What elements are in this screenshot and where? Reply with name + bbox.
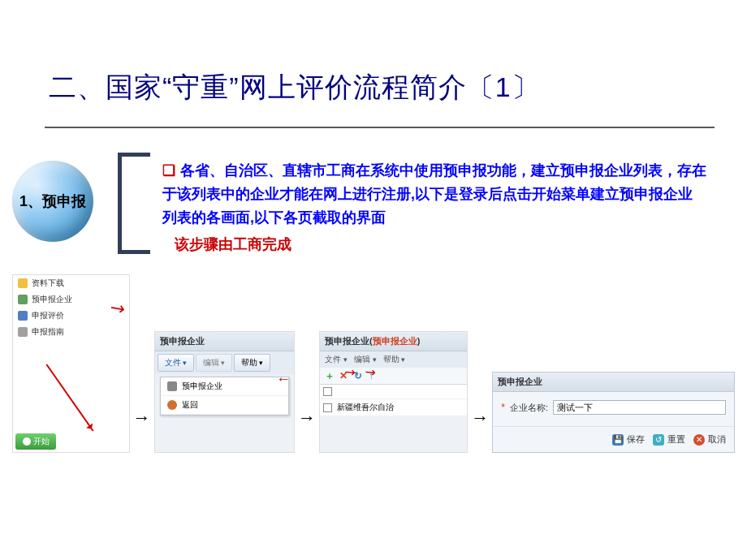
- back-icon: [167, 400, 177, 410]
- dropdown-caret-icon: ▾: [373, 355, 377, 364]
- reset-button[interactable]: ↺ 重置: [653, 433, 685, 446]
- star-icon: [18, 311, 28, 321]
- title-underline: [45, 127, 715, 128]
- file-menu-button[interactable]: 文件 ▾: [325, 354, 348, 365]
- sidebar-label: 资料下载: [32, 278, 64, 289]
- list-header-row: [320, 385, 467, 399]
- toolbar: 文件▾ 编辑▾ 帮助▾: [155, 351, 295, 374]
- header-highlight: 预申报企业: [373, 336, 417, 346]
- doc-icon: [167, 381, 177, 391]
- help-label: 帮助: [241, 357, 257, 368]
- dropdown-caret-icon: ▾: [401, 355, 405, 364]
- button-row: 💾 保存 ↺ 重置 ✕ 取消: [493, 426, 734, 449]
- start-icon: [23, 437, 31, 446]
- sidebar-item-guide[interactable]: 申报指南: [13, 324, 129, 340]
- doc-icon: [18, 295, 28, 304]
- bullet-icon: ❏: [162, 162, 175, 179]
- data-list: 新疆维吾尔自治: [320, 385, 467, 416]
- sidebar-label: 申报评价: [32, 310, 64, 321]
- step-sphere: 1、预申报: [12, 161, 93, 242]
- panel-header: 预申报企业: [155, 332, 295, 351]
- field-label: 企业名称:: [510, 402, 548, 414]
- screenshots-row: 资料下载 预申报企业 申报评价 申报指南 ↘ 开始 → 预申报企业 文件▾ 编辑…: [0, 254, 747, 453]
- bracket-vert: [118, 157, 122, 250]
- edit-menu-button[interactable]: 编辑▾: [196, 354, 232, 372]
- dropdown-caret-icon: ▾: [259, 359, 263, 367]
- toolbar: 文件 ▾ 编辑 ▾ 帮助 ▾: [320, 351, 467, 368]
- header-close: ): [417, 336, 421, 346]
- edit-menu-button[interactable]: 编辑 ▾: [354, 354, 377, 365]
- sub-note: 该步骤由工商完成: [150, 235, 715, 254]
- save-label: 保存: [627, 433, 645, 446]
- screenshot-list: 预申报企业(预申报企业) 文件 ▾ 编辑 ▾ 帮助 ▾ ＋ ✕ ↻ ↑ 新疆维吾…: [319, 331, 468, 453]
- checkbox[interactable]: [323, 387, 332, 396]
- slide-title: 二、国家“守重”网上评价流程简介〔1〕: [49, 69, 715, 106]
- flow-arrow-icon: →: [133, 407, 151, 453]
- bracket-col: [118, 153, 150, 254]
- add-icon[interactable]: ＋: [325, 371, 335, 381]
- content-row: 1、预申报 ❏各省、自治区、直辖市工商在系统中使用预申报功能，建立预申报企业列表…: [0, 153, 747, 254]
- dd-label: 返回: [182, 399, 198, 411]
- company-name-input[interactable]: 测试一下: [553, 400, 726, 415]
- screenshot-sidebar: 资料下载 预申报企业 申报评价 申报指南 ↘ 开始: [12, 274, 130, 453]
- panel-header: 预申报企业: [493, 373, 734, 392]
- header-main: 预申报企业(: [325, 336, 373, 346]
- cancel-label: 取消: [708, 433, 726, 446]
- checkbox[interactable]: [323, 403, 332, 412]
- cancel-button[interactable]: ✕ 取消: [693, 433, 726, 446]
- list-row[interactable]: 新疆维吾尔自治: [320, 399, 467, 416]
- cancel-icon: ✕: [693, 434, 705, 446]
- help-menu-button[interactable]: 帮助 ▾: [383, 354, 406, 365]
- screenshot-dropdown: 预申报企业 文件▾ 编辑▾ 帮助▾ 预申报企业 返回 ←: [154, 331, 296, 453]
- flow-arrow-icon: →: [471, 407, 489, 453]
- description-box: ❏各省、自治区、直辖市工商在系统中使用预申报功能，建立预申报企业列表，存在于该列…: [150, 153, 715, 254]
- book-icon: [18, 327, 28, 337]
- dropdown-caret-icon: ▾: [183, 359, 187, 367]
- bracket-bottom: [118, 250, 150, 254]
- flow-arrow-icon: →: [298, 407, 316, 453]
- start-button[interactable]: 开始: [15, 433, 56, 450]
- screenshot-form: 预申报企业 * 企业名称: 测试一下 💾 保存 ↺ 重置 ✕ 取消: [492, 372, 735, 453]
- sphere-label: 1、预申报: [19, 192, 86, 211]
- file-label: 文件: [165, 357, 181, 368]
- bracket-top: [118, 153, 150, 157]
- folder-icon: [18, 278, 28, 288]
- dropdown-item-preapply[interactable]: 预申报企业: [161, 377, 289, 396]
- sidebar-item-download[interactable]: 资料下载: [13, 275, 129, 291]
- dd-label: 预申报企业: [182, 381, 222, 392]
- file-menu-button[interactable]: 文件▾: [158, 354, 194, 372]
- help-menu-button[interactable]: 帮助▾: [234, 354, 270, 372]
- dropdown-caret-icon: ▾: [221, 359, 225, 367]
- save-icon: 💾: [612, 434, 624, 446]
- annotation-arrow-icon: ←: [276, 371, 291, 388]
- slide-title-area: 二、国家“守重”网上评价流程简介〔1〕: [0, 0, 747, 118]
- description-text: ❏各省、自治区、直辖市工商在系统中使用预申报功能，建立预申报企业列表，存在于该列…: [150, 153, 715, 233]
- reset-icon: ↺: [653, 434, 664, 446]
- sidebar-label: 预申报企业: [32, 294, 72, 305]
- file-dropdown: 预申报企业 返回: [160, 377, 290, 416]
- panel-header: 预申报企业(预申报企业): [320, 332, 467, 351]
- reset-label: 重置: [667, 433, 685, 446]
- sidebar-label: 申报指南: [32, 326, 64, 338]
- edit-label: 编辑: [203, 357, 219, 368]
- input-value: 测试一下: [557, 402, 593, 414]
- dropdown-caret-icon: ▾: [343, 355, 348, 364]
- save-button[interactable]: 💾 保存: [612, 433, 645, 446]
- annotation-line: [46, 364, 94, 432]
- list-cell: 新疆维吾尔自治: [337, 402, 394, 413]
- start-label: 开始: [33, 436, 50, 447]
- form-row: * 企业名称: 测试一下: [493, 392, 734, 418]
- description-body: 各省、自治区、直辖市工商在系统中使用预申报功能，建立预申报企业列表，存在于该列表…: [162, 162, 706, 226]
- dropdown-item-back[interactable]: 返回: [161, 396, 289, 415]
- required-star-icon: *: [501, 402, 505, 413]
